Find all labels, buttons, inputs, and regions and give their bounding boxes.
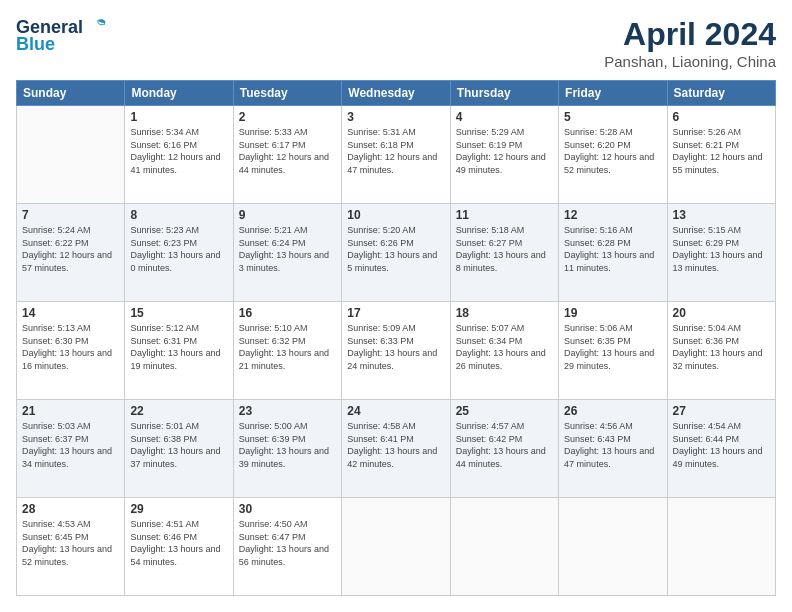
sunrise-text: Sunrise: 5:34 AM — [130, 127, 199, 137]
table-row: 17 Sunrise: 5:09 AM Sunset: 6:33 PM Dayl… — [342, 302, 450, 400]
sunrise-text: Sunrise: 4:50 AM — [239, 519, 308, 529]
calendar-table: Sunday Monday Tuesday Wednesday Thursday… — [16, 80, 776, 596]
table-row: 5 Sunrise: 5:28 AM Sunset: 6:20 PM Dayli… — [559, 106, 667, 204]
daylight-text: Daylight: 13 hours and 0 minutes. — [130, 250, 220, 273]
sunrise-text: Sunrise: 5:24 AM — [22, 225, 91, 235]
table-row: 26 Sunrise: 4:56 AM Sunset: 6:43 PM Dayl… — [559, 400, 667, 498]
sunset-text: Sunset: 6:19 PM — [456, 140, 523, 150]
sunset-text: Sunset: 6:37 PM — [22, 434, 89, 444]
day-number: 24 — [347, 404, 444, 418]
header-friday: Friday — [559, 81, 667, 106]
sunset-text: Sunset: 6:43 PM — [564, 434, 631, 444]
day-info: Sunrise: 4:53 AM Sunset: 6:45 PM Dayligh… — [22, 518, 119, 568]
sunrise-text: Sunrise: 5:20 AM — [347, 225, 416, 235]
daylight-text: Daylight: 13 hours and 39 minutes. — [239, 446, 329, 469]
table-row: 11 Sunrise: 5:18 AM Sunset: 6:27 PM Dayl… — [450, 204, 558, 302]
sunset-text: Sunset: 6:35 PM — [564, 336, 631, 346]
sunset-text: Sunset: 6:28 PM — [564, 238, 631, 248]
day-info: Sunrise: 5:20 AM Sunset: 6:26 PM Dayligh… — [347, 224, 444, 274]
day-info: Sunrise: 4:51 AM Sunset: 6:46 PM Dayligh… — [130, 518, 227, 568]
sunset-text: Sunset: 6:26 PM — [347, 238, 414, 248]
day-number: 17 — [347, 306, 444, 320]
day-info: Sunrise: 5:29 AM Sunset: 6:19 PM Dayligh… — [456, 126, 553, 176]
logo: General Blue — [16, 16, 109, 55]
header-sunday: Sunday — [17, 81, 125, 106]
table-row: 9 Sunrise: 5:21 AM Sunset: 6:24 PM Dayli… — [233, 204, 341, 302]
daylight-text: Daylight: 13 hours and 32 minutes. — [673, 348, 763, 371]
header-tuesday: Tuesday — [233, 81, 341, 106]
sunrise-text: Sunrise: 5:18 AM — [456, 225, 525, 235]
sunrise-text: Sunrise: 5:28 AM — [564, 127, 633, 137]
logo-bird-icon — [87, 16, 109, 38]
sunrise-text: Sunrise: 5:12 AM — [130, 323, 199, 333]
day-info: Sunrise: 5:12 AM Sunset: 6:31 PM Dayligh… — [130, 322, 227, 372]
table-row — [559, 498, 667, 596]
table-row: 25 Sunrise: 4:57 AM Sunset: 6:42 PM Dayl… — [450, 400, 558, 498]
day-info: Sunrise: 5:16 AM Sunset: 6:28 PM Dayligh… — [564, 224, 661, 274]
daylight-text: Daylight: 13 hours and 44 minutes. — [456, 446, 546, 469]
day-info: Sunrise: 5:23 AM Sunset: 6:23 PM Dayligh… — [130, 224, 227, 274]
header-wednesday: Wednesday — [342, 81, 450, 106]
day-number: 2 — [239, 110, 336, 124]
header-row: Sunday Monday Tuesday Wednesday Thursday… — [17, 81, 776, 106]
day-number: 6 — [673, 110, 770, 124]
daylight-text: Daylight: 13 hours and 29 minutes. — [564, 348, 654, 371]
daylight-text: Daylight: 13 hours and 26 minutes. — [456, 348, 546, 371]
table-row: 6 Sunrise: 5:26 AM Sunset: 6:21 PM Dayli… — [667, 106, 775, 204]
day-info: Sunrise: 5:31 AM Sunset: 6:18 PM Dayligh… — [347, 126, 444, 176]
table-row: 12 Sunrise: 5:16 AM Sunset: 6:28 PM Dayl… — [559, 204, 667, 302]
day-number: 27 — [673, 404, 770, 418]
table-row: 2 Sunrise: 5:33 AM Sunset: 6:17 PM Dayli… — [233, 106, 341, 204]
day-info: Sunrise: 5:34 AM Sunset: 6:16 PM Dayligh… — [130, 126, 227, 176]
sunset-text: Sunset: 6:30 PM — [22, 336, 89, 346]
sunset-text: Sunset: 6:29 PM — [673, 238, 740, 248]
sunrise-text: Sunrise: 5:13 AM — [22, 323, 91, 333]
sunrise-text: Sunrise: 5:01 AM — [130, 421, 199, 431]
sunset-text: Sunset: 6:23 PM — [130, 238, 197, 248]
daylight-text: Daylight: 13 hours and 56 minutes. — [239, 544, 329, 567]
table-row: 7 Sunrise: 5:24 AM Sunset: 6:22 PM Dayli… — [17, 204, 125, 302]
day-number: 8 — [130, 208, 227, 222]
day-info: Sunrise: 5:07 AM Sunset: 6:34 PM Dayligh… — [456, 322, 553, 372]
table-row: 29 Sunrise: 4:51 AM Sunset: 6:46 PM Dayl… — [125, 498, 233, 596]
daylight-text: Daylight: 13 hours and 24 minutes. — [347, 348, 437, 371]
header-thursday: Thursday — [450, 81, 558, 106]
daylight-text: Daylight: 12 hours and 52 minutes. — [564, 152, 654, 175]
day-number: 7 — [22, 208, 119, 222]
table-row — [450, 498, 558, 596]
day-number: 13 — [673, 208, 770, 222]
table-row: 15 Sunrise: 5:12 AM Sunset: 6:31 PM Dayl… — [125, 302, 233, 400]
day-number: 23 — [239, 404, 336, 418]
sunrise-text: Sunrise: 5:03 AM — [22, 421, 91, 431]
sunrise-text: Sunrise: 5:16 AM — [564, 225, 633, 235]
daylight-text: Daylight: 13 hours and 54 minutes. — [130, 544, 220, 567]
sunrise-text: Sunrise: 5:07 AM — [456, 323, 525, 333]
sunrise-text: Sunrise: 5:33 AM — [239, 127, 308, 137]
sunrise-text: Sunrise: 5:10 AM — [239, 323, 308, 333]
sunset-text: Sunset: 6:47 PM — [239, 532, 306, 542]
sunrise-text: Sunrise: 5:15 AM — [673, 225, 742, 235]
table-row: 4 Sunrise: 5:29 AM Sunset: 6:19 PM Dayli… — [450, 106, 558, 204]
day-info: Sunrise: 5:28 AM Sunset: 6:20 PM Dayligh… — [564, 126, 661, 176]
day-info: Sunrise: 5:01 AM Sunset: 6:38 PM Dayligh… — [130, 420, 227, 470]
table-row — [667, 498, 775, 596]
day-info: Sunrise: 5:04 AM Sunset: 6:36 PM Dayligh… — [673, 322, 770, 372]
table-row: 20 Sunrise: 5:04 AM Sunset: 6:36 PM Dayl… — [667, 302, 775, 400]
day-number: 18 — [456, 306, 553, 320]
daylight-text: Daylight: 13 hours and 16 minutes. — [22, 348, 112, 371]
day-info: Sunrise: 5:00 AM Sunset: 6:39 PM Dayligh… — [239, 420, 336, 470]
calendar-week-row: 1 Sunrise: 5:34 AM Sunset: 6:16 PM Dayli… — [17, 106, 776, 204]
day-number: 4 — [456, 110, 553, 124]
sunset-text: Sunset: 6:33 PM — [347, 336, 414, 346]
header-saturday: Saturday — [667, 81, 775, 106]
calendar-week-row: 21 Sunrise: 5:03 AM Sunset: 6:37 PM Dayl… — [17, 400, 776, 498]
daylight-text: Daylight: 13 hours and 42 minutes. — [347, 446, 437, 469]
daylight-text: Daylight: 13 hours and 11 minutes. — [564, 250, 654, 273]
daylight-text: Daylight: 12 hours and 55 minutes. — [673, 152, 763, 175]
day-info: Sunrise: 5:33 AM Sunset: 6:17 PM Dayligh… — [239, 126, 336, 176]
sunset-text: Sunset: 6:18 PM — [347, 140, 414, 150]
day-number: 1 — [130, 110, 227, 124]
calendar-week-row: 7 Sunrise: 5:24 AM Sunset: 6:22 PM Dayli… — [17, 204, 776, 302]
day-info: Sunrise: 4:57 AM Sunset: 6:42 PM Dayligh… — [456, 420, 553, 470]
day-number: 10 — [347, 208, 444, 222]
